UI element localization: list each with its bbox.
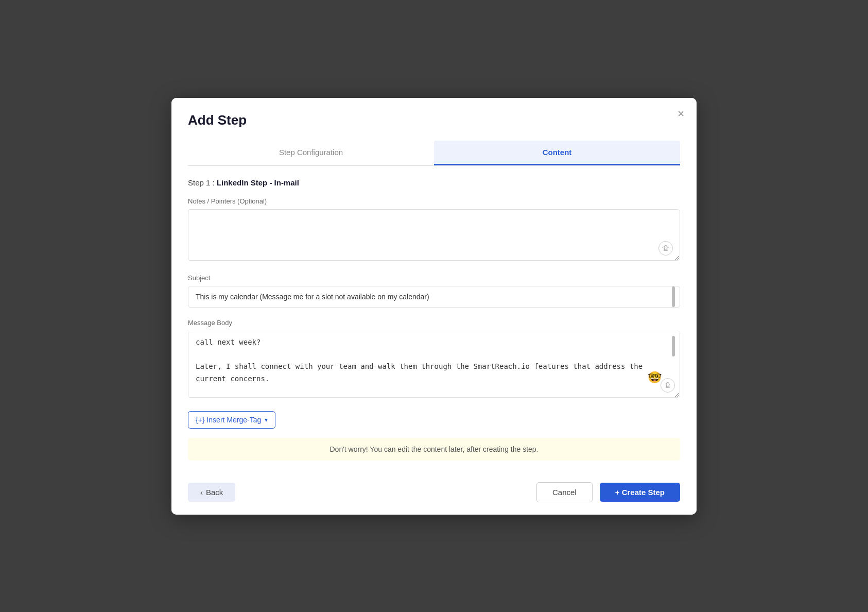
notes-ai-icon[interactable]: [658, 241, 673, 256]
emoji-icon: 🤓: [648, 371, 662, 384]
tab-step-configuration[interactable]: Step Configuration: [188, 141, 434, 165]
modal: Add Step × Step Configuration Content St…: [171, 98, 697, 515]
step-label: Step 1 : LinkedIn Step - In-mail: [188, 178, 680, 187]
message-label: Message Body: [188, 319, 680, 327]
subject-scroll-indicator: [672, 286, 675, 307]
modal-title: Add Step: [188, 112, 680, 128]
notes-label: Notes / Pointers (Optional): [188, 197, 680, 205]
modal-header: Add Step × Step Configuration Content: [171, 98, 697, 166]
modal-body: Step 1 : LinkedIn Step - In-mail Notes /…: [171, 166, 697, 473]
message-wrapper: 🤓: [188, 331, 680, 400]
back-button[interactable]: ‹ Back: [188, 483, 235, 502]
tab-content[interactable]: Content: [434, 141, 680, 165]
modal-footer: ‹ Back Cancel + Create Step: [171, 473, 697, 515]
message-ai-icon[interactable]: [661, 378, 675, 393]
subject-input-wrapper: [188, 286, 680, 308]
notes-wrapper: [188, 209, 680, 263]
merge-tag-button[interactable]: {+} Insert Merge-Tag ▾: [188, 411, 275, 429]
tabs-container: Step Configuration Content: [188, 141, 680, 166]
message-scroll-indicator: [672, 336, 675, 356]
caret-down-icon: ▾: [265, 416, 268, 423]
info-banner-text: Don't worry! You can edit the content la…: [329, 445, 538, 453]
footer-right: Cancel + Create Step: [536, 482, 680, 502]
close-button[interactable]: ×: [678, 108, 684, 120]
step-prefix: Step 1 :: [188, 178, 217, 187]
step-name: LinkedIn Step - In-mail: [217, 178, 299, 187]
message-section: Message Body 🤓: [188, 319, 680, 400]
back-arrow-icon: ‹: [200, 488, 203, 497]
message-textarea[interactable]: [188, 331, 680, 398]
subject-label: Subject: [188, 274, 680, 282]
back-label: Back: [206, 488, 223, 497]
subject-input[interactable]: [188, 286, 680, 308]
cancel-button[interactable]: Cancel: [536, 482, 593, 502]
notes-textarea[interactable]: [188, 209, 680, 261]
create-step-button[interactable]: + Create Step: [600, 483, 680, 502]
info-banner: Don't worry! You can edit the content la…: [188, 438, 680, 461]
notes-field-container: Notes / Pointers (Optional): [188, 197, 680, 263]
merge-tag-row: {+} Insert Merge-Tag ▾: [188, 411, 680, 429]
merge-tag-label: {+} Insert Merge-Tag: [196, 416, 261, 424]
modal-overlay: Add Step × Step Configuration Content St…: [0, 0, 868, 612]
subject-section: Subject: [188, 274, 680, 308]
